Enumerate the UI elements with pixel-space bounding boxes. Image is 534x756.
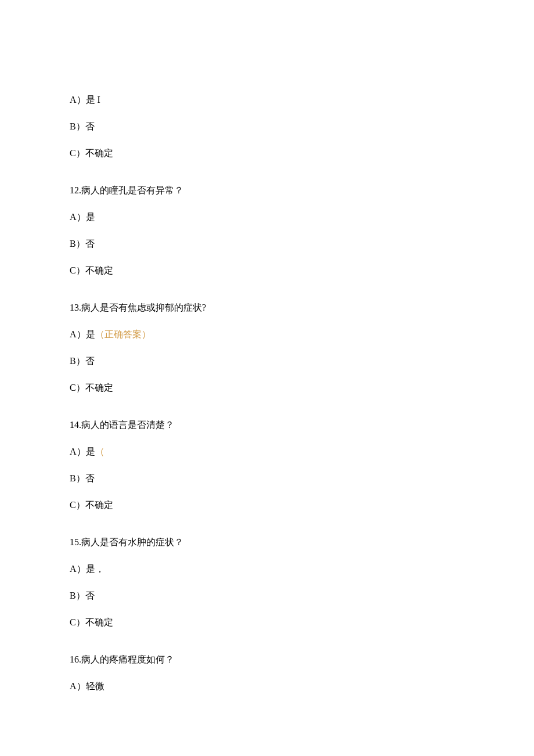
option-text: B）否 (70, 589, 464, 603)
option-text: A）是 (70, 210, 464, 224)
option-prefix: A）是 (70, 329, 95, 339)
option-text: C）不确定 (70, 615, 464, 629)
question-text: 12.病人的瞳孔是否有异常？ (70, 183, 464, 197)
option-text: A）是 I (70, 93, 464, 107)
option-with-answer: A）是（ (70, 445, 464, 459)
option-text: C）不确定 (70, 498, 464, 512)
question-text: 16.病人的疼痛程度如何？ (70, 653, 464, 667)
question-text: 14.病人的语言是否清楚？ (70, 418, 464, 432)
question-text: 13.病人是否有焦虑或抑郁的症状? (70, 301, 464, 315)
correct-answer-label: （ (95, 447, 104, 456)
option-text: C）不确定 (70, 146, 464, 160)
option-text: C）不确定 (70, 264, 464, 278)
question-text: 15.病人是否有水肿的症状？ (70, 535, 464, 549)
option-text: B）否 (70, 471, 464, 485)
option-text: A）是， (70, 562, 464, 576)
option-text: B）否 (70, 354, 464, 368)
document-content: A）是 IB）否C）不确定12.病人的瞳孔是否有异常？A）是B）否C）不确定13… (70, 93, 464, 693)
option-text: B）否 (70, 237, 464, 251)
option-text: C）不确定 (70, 381, 464, 395)
option-with-answer: A）是（正确答案） (70, 327, 464, 341)
option-text: B）否 (70, 120, 464, 134)
option-prefix: A）是 (70, 447, 95, 456)
option-text: A）轻微 (70, 679, 464, 693)
correct-answer-label: （正确答案） (95, 329, 151, 339)
